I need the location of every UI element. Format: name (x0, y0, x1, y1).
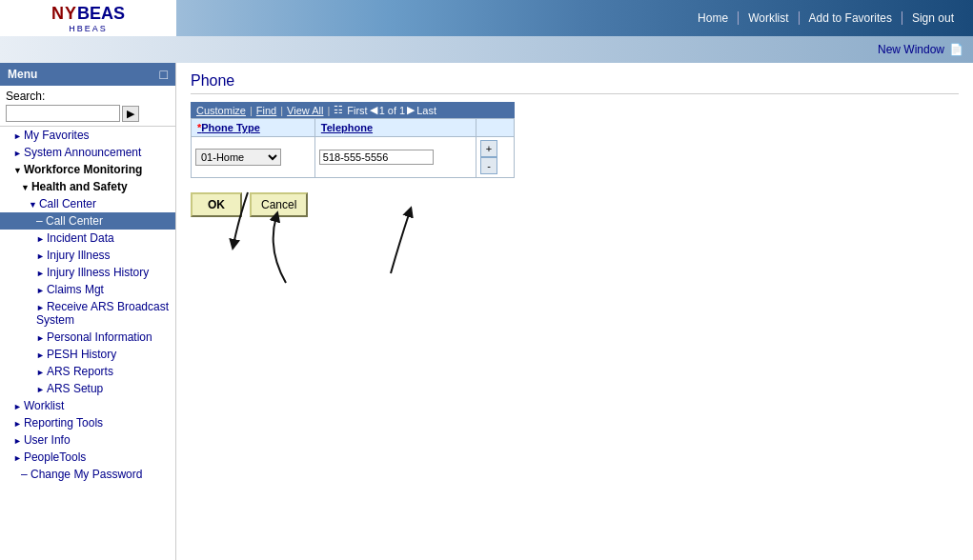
view-all-link[interactable]: View All (287, 105, 323, 116)
sidebar-title: Menu (8, 68, 37, 81)
table-row: 01-Home 02-Work 03-Mobile + - (192, 137, 515, 178)
search-label: Search: (6, 90, 170, 103)
second-header: New Window 📄 (0, 36, 973, 63)
table-header-row: Phone Type Telephone (192, 119, 515, 137)
sidebar-item-user-info[interactable]: ►User Info (0, 431, 175, 449)
sidebar-item-ars-setup[interactable]: ►ARS Setup (0, 380, 175, 397)
top-nav: Home Worklist Add to Favorites Sign out (688, 11, 963, 25)
search-button[interactable]: ▶ (122, 106, 139, 122)
search-area: Search: ▶ (0, 86, 175, 127)
sidebar-item-health-safety[interactable]: ▼Health and Safety (0, 178, 175, 195)
add-row-btn[interactable]: + (480, 140, 497, 157)
cancel-button[interactable]: Cancel (250, 192, 308, 217)
logo-ny: NY (51, 4, 77, 23)
sidebar-collapse-icon[interactable]: □ (160, 67, 168, 82)
sidebar-item-ars-reports[interactable]: ►ARS Reports (0, 363, 175, 380)
home-link[interactable]: Home (688, 11, 739, 25)
sidebar: Menu □ Search: ▶ ►My Favorites ►System A… (0, 63, 176, 560)
telephone-cell (314, 137, 476, 178)
phone-type-select[interactable]: 01-Home 02-Work 03-Mobile (195, 149, 281, 166)
next-page-btn[interactable]: ▶ (407, 104, 415, 116)
last-label: Last (416, 105, 436, 116)
sidebar-item-receive-ars[interactable]: ►Receive ARS Broadcast System (0, 298, 175, 329)
new-window-link[interactable]: New Window (878, 43, 944, 56)
search-input[interactable] (6, 105, 120, 122)
page-title: Phone (191, 72, 959, 94)
worklist-link[interactable]: Worklist (739, 11, 799, 25)
sidebar-item-system-announcement[interactable]: ►System Announcement (0, 144, 175, 161)
sidebar-item-injury-illness[interactable]: ►Injury Illness (0, 247, 175, 264)
sidebar-item-injury-illness-history[interactable]: ►Injury Illness History (0, 264, 175, 281)
sidebar-item-change-password[interactable]: – Change My Password (0, 466, 175, 483)
new-window-area: New Window 📄 (878, 43, 963, 56)
new-window-icon: 📄 (949, 43, 963, 56)
actions-header (476, 119, 515, 137)
first-label: First (347, 105, 367, 116)
sign-out-link[interactable]: Sign out (902, 11, 963, 25)
customize-link[interactable]: Customize (196, 105, 246, 116)
phone-grid: Customize | Find | View All | ☷ First ◀ … (191, 102, 515, 217)
sidebar-item-call-center-active[interactable]: – Call Center (0, 212, 175, 230)
sidebar-item-worklist[interactable]: ►Worklist (0, 397, 175, 414)
phone-table: Phone Type Telephone 01-Home 02-Work 03-… (191, 118, 515, 178)
main-content: Phone Customize | Find | View All | ☷ Fi… (176, 63, 973, 560)
phone-type-header: Phone Type (192, 119, 315, 137)
sidebar-item-incident-data[interactable]: ►Incident Data (0, 230, 175, 247)
sidebar-item-pesh-history[interactable]: ►PESH History (0, 346, 175, 363)
telephone-input[interactable] (319, 150, 434, 165)
logo-sub: HBEAS (51, 24, 125, 33)
telephone-header: Telephone (314, 119, 476, 137)
ok-button[interactable]: OK (191, 192, 242, 217)
page-info: 1 of 1 (379, 105, 406, 116)
find-link[interactable]: Find (256, 105, 276, 116)
action-buttons: OK Cancel (191, 192, 515, 217)
grid-icon: ☷ (334, 104, 343, 116)
add-favorites-link[interactable]: Add to Favorites (800, 11, 902, 25)
phone-type-cell: 01-Home 02-Work 03-Mobile (192, 137, 315, 178)
grid-nav: First ◀ 1 of 1 ▶ Last (347, 104, 436, 116)
top-header: NYBEAS HBEAS Home Worklist Add to Favori… (0, 0, 973, 36)
prev-page-btn[interactable]: ◀ (370, 104, 377, 116)
sidebar-item-call-center-parent[interactable]: ▼Call Center (0, 195, 175, 212)
sep2: | (280, 105, 283, 116)
sidebar-item-claims-mgt[interactable]: ►Claims Mgt (0, 281, 175, 298)
logo-area: NYBEAS HBEAS (0, 0, 176, 36)
sep1: | (250, 105, 253, 116)
row-actions-cell: + - (476, 137, 515, 178)
required-star (197, 122, 201, 133)
sidebar-item-reporting-tools[interactable]: ►Reporting Tools (0, 414, 175, 431)
sidebar-header: Menu □ (0, 63, 175, 86)
logo-beas: BEAS (77, 4, 125, 23)
arrow-container: OK Cancel (191, 192, 515, 217)
sidebar-item-people-tools[interactable]: ►PeopleTools (0, 449, 175, 466)
sidebar-item-personal-info[interactable]: ►Personal Information (0, 329, 175, 346)
main-layout: Menu □ Search: ▶ ►My Favorites ►System A… (0, 63, 973, 560)
sidebar-item-workforce-monitoring[interactable]: ▼Workforce Monitoring (0, 161, 175, 178)
sep3: | (327, 105, 330, 116)
remove-row-btn[interactable]: - (480, 157, 497, 174)
search-row: ▶ (6, 105, 170, 122)
sidebar-item-my-favorites[interactable]: ►My Favorites (0, 127, 175, 144)
grid-controls-bar: Customize | Find | View All | ☷ First ◀ … (191, 102, 515, 118)
